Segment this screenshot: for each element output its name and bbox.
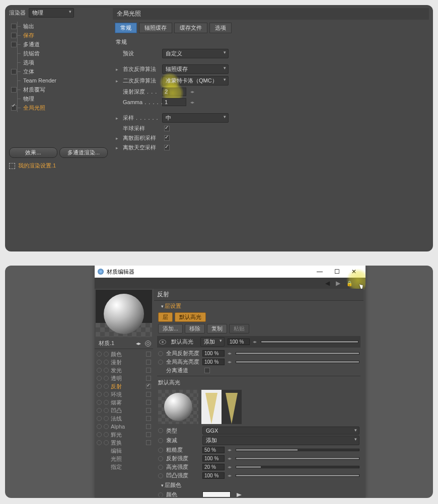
- layer-blend-dropdown[interactable]: 添加: [200, 337, 225, 347]
- tab[interactable]: 缓存文件: [174, 23, 207, 33]
- layer-name[interactable]: 默认高光: [171, 338, 197, 346]
- channel-row[interactable]: 指定: [96, 463, 152, 471]
- area-sampling-label: 离散面积采样: [123, 134, 159, 142]
- nav-forward-icon[interactable]: ▶: [336, 280, 340, 287]
- chevron-left-icon[interactable]: ◂▸: [136, 341, 141, 346]
- sampling-dropdown[interactable]: 中: [162, 113, 229, 123]
- sidebar-item[interactable]: 材质覆写: [11, 85, 108, 94]
- channel-row[interactable]: 辉光: [96, 431, 152, 439]
- tab[interactable]: 选项: [209, 23, 232, 33]
- material-editor-window: 材质编辑器 — ☐ ✕ ◀ ▶ 🔒 材质.1 ◂▸ 颜色漫射发光透明反射环境烟雾…: [95, 266, 366, 498]
- color-label: 颜色: [166, 491, 199, 497]
- secondary-method-dropdown[interactable]: 准蒙特卡洛（QMC）: [162, 76, 229, 86]
- primary-method-dropdown[interactable]: 辐照缓存: [162, 64, 229, 74]
- sidebar-item[interactable]: Team Render: [11, 76, 108, 85]
- tab-layer[interactable]: 层: [158, 312, 173, 322]
- sidebar-item[interactable]: 多通道: [11, 40, 108, 49]
- channel-row[interactable]: 反射: [96, 382, 152, 390]
- atten-label: 衰减: [166, 437, 199, 444]
- lock-icon[interactable]: 🔒: [346, 281, 352, 286]
- hemi-sampling-label: 半球采样: [123, 125, 159, 132]
- layer-color-header[interactable]: ▾层颜色: [154, 480, 363, 490]
- area-sampling-checkbox[interactable]: [164, 135, 170, 141]
- color-swatch[interactable]: [202, 491, 231, 497]
- window-titlebar[interactable]: 材质编辑器 — ☐ ✕: [95, 266, 366, 278]
- channel-row[interactable]: 颜色: [96, 350, 152, 358]
- sidebar-item[interactable]: 物理: [11, 94, 108, 103]
- global-refl-field[interactable]: 100 %: [202, 350, 225, 357]
- global-spec-field[interactable]: 100 %: [202, 359, 225, 365]
- channel-row[interactable]: 漫射: [96, 358, 152, 366]
- diffuse-depth-label: 漫射深度 . . .: [123, 88, 159, 96]
- channel-row[interactable]: 凹凸: [96, 406, 152, 414]
- sidebar-item[interactable]: 保存: [11, 31, 108, 40]
- layer-setup-header[interactable]: ▾层设置: [154, 301, 363, 311]
- nav-back-icon[interactable]: ◀: [325, 280, 330, 287]
- pencil-icon[interactable]: [237, 493, 242, 497]
- channel-row[interactable]: 光照: [96, 455, 152, 463]
- material-preview[interactable]: [96, 290, 152, 337]
- window-title: 材质编辑器: [107, 268, 134, 276]
- spec-strength-field[interactable]: 20 %: [202, 464, 225, 470]
- sidebar-item[interactable]: 选项: [11, 58, 108, 67]
- layer-opacity-field[interactable]: 100 %: [228, 339, 250, 345]
- eye-icon[interactable]: [159, 340, 166, 345]
- spinner-icon[interactable]: ◂▸: [190, 100, 194, 105]
- add-layer-button[interactable]: 添加...: [158, 324, 183, 333]
- channel-row[interactable]: 环境: [96, 390, 152, 398]
- maximize-button[interactable]: ☐: [328, 268, 345, 275]
- multipass-button[interactable]: 多通道渲染...: [59, 147, 108, 158]
- gamma-field[interactable]: 1: [162, 98, 186, 106]
- hemi-sampling-checkbox[interactable]: [164, 126, 170, 131]
- sidebar-item[interactable]: 抗锯齿: [11, 49, 108, 58]
- channel-row[interactable]: 透明: [96, 374, 152, 382]
- minimize-button[interactable]: —: [311, 268, 328, 275]
- gear-icon[interactable]: [145, 341, 151, 347]
- tab[interactable]: 辐照缓存: [139, 23, 172, 33]
- material-name[interactable]: 材质.1: [97, 340, 136, 347]
- diffuse-depth-field[interactable]: 2: [162, 88, 186, 96]
- channel-row[interactable]: 烟雾: [96, 398, 152, 406]
- reflectance-title: 反射: [154, 289, 363, 301]
- effects-button[interactable]: 效果...: [9, 147, 57, 158]
- remove-layer-button[interactable]: 移除: [185, 324, 205, 333]
- sidebar-item[interactable]: 全局光照: [11, 103, 108, 112]
- bump-strength-slider[interactable]: [236, 474, 359, 477]
- preset-label: 预设: [123, 50, 159, 57]
- close-button[interactable]: ✕: [345, 268, 362, 275]
- global-refl-slider[interactable]: [236, 352, 359, 355]
- type-dropdown[interactable]: GGX: [202, 427, 359, 435]
- sky-sampling-checkbox[interactable]: [164, 145, 170, 150]
- global-refl-label: 全局反射亮度: [166, 350, 199, 357]
- roughness-slider[interactable]: [236, 449, 359, 451]
- channel-row[interactable]: 发光: [96, 366, 152, 374]
- viewport-backdrop: 材质编辑器 — ☐ ✕ ◀ ▶ 🔒 材质.1 ◂▸ 颜色漫射发光透明反射环境烟雾…: [5, 266, 433, 498]
- preset-dropdown[interactable]: 自定义: [162, 49, 229, 58]
- refl-strength-slider[interactable]: [236, 457, 359, 460]
- layer-opacity-slider[interactable]: [261, 341, 358, 343]
- spec-strength-slider[interactable]: [236, 466, 359, 468]
- roughness-field[interactable]: 50 %: [202, 447, 225, 453]
- gi-sub-title: 常规: [113, 36, 429, 48]
- tab[interactable]: 常规: [115, 23, 137, 33]
- channel-row[interactable]: 编辑: [96, 447, 152, 455]
- separate-checkbox[interactable]: [204, 368, 210, 373]
- global-spec-label: 全局高光亮度: [166, 358, 199, 366]
- bump-strength-field[interactable]: 100 %: [202, 472, 225, 479]
- sidebar-item[interactable]: 输出: [11, 22, 108, 31]
- copy-layer-button[interactable]: 复制: [207, 324, 227, 333]
- channel-row[interactable]: 置换: [96, 439, 152, 447]
- renderer-dropdown[interactable]: 物理: [29, 8, 74, 18]
- global-spec-slider[interactable]: [236, 361, 359, 363]
- my-render-setting-row[interactable]: 我的渲染设置.1: [9, 162, 108, 170]
- atten-dropdown[interactable]: 添加: [202, 436, 359, 445]
- channel-row[interactable]: Alpha: [96, 423, 152, 431]
- channel-row[interactable]: 法线: [96, 414, 152, 423]
- reflectance-panel: 反射 ▾层设置 层 默认高光 添加... 移除 复制 粘贴 默认高光 添加 10…: [154, 289, 363, 497]
- sidebar-item[interactable]: 立体: [11, 67, 108, 76]
- paste-layer-button[interactable]: 粘贴: [229, 324, 249, 333]
- tab-default-specular[interactable]: 默认高光: [175, 312, 206, 322]
- separate-label: 分离通道: [166, 367, 199, 374]
- refl-strength-field[interactable]: 100 %: [202, 455, 225, 462]
- spinner-icon[interactable]: ◂▸: [190, 90, 194, 94]
